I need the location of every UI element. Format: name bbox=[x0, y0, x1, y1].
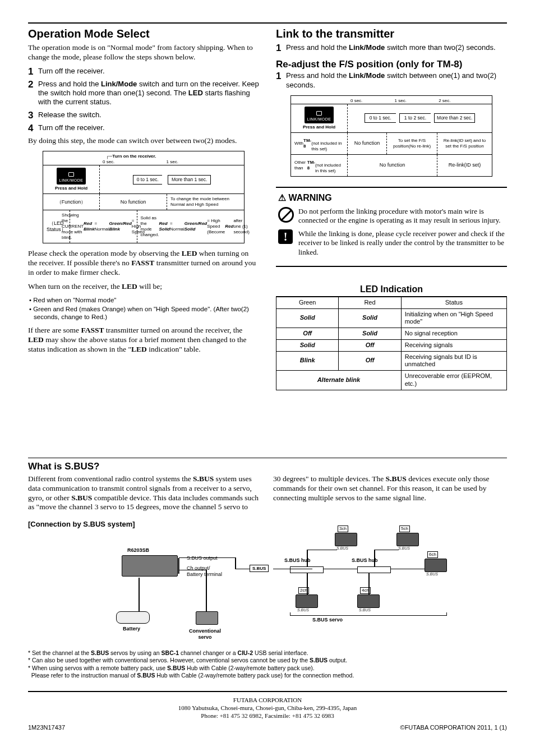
wire bbox=[235, 557, 236, 569]
h-readjust: Re-adjust the F/S position (only for TM-… bbox=[276, 58, 507, 70]
table-row: BlinkOffReceiving signals but ID is unma… bbox=[276, 351, 507, 371]
p-mode-intro: The operation mode is on "Normal mode" f… bbox=[28, 43, 259, 62]
th-green: Green bbox=[276, 297, 339, 308]
hub-1 bbox=[290, 566, 324, 573]
row-function-label: （Function） bbox=[43, 194, 99, 210]
footer-rule bbox=[28, 691, 507, 692]
step-4: 4 Turn off the receiver. bbox=[28, 123, 259, 133]
seg-more-1: More than 1 sec. bbox=[168, 175, 211, 185]
step-3: 3 Release the switch. bbox=[28, 110, 259, 120]
warning-text-2: While the linking is done, please cycle … bbox=[298, 229, 505, 257]
top-rule bbox=[28, 22, 507, 24]
warning-text-1: Do not perform the linking procedure wit… bbox=[298, 207, 505, 225]
step-num: 1 bbox=[276, 43, 286, 53]
link-mode-icon: LINK/MODE bbox=[305, 107, 333, 123]
wire bbox=[139, 578, 140, 611]
table-row: SolidOffReceiving signals bbox=[276, 339, 507, 351]
step-num: 4 bbox=[28, 123, 38, 133]
battery-label: Battery bbox=[123, 626, 140, 632]
warning-item-1: Do not perform the linking procedure wit… bbox=[278, 207, 505, 225]
p-fasst-note: If there are some FASST transmitter turn… bbox=[28, 326, 259, 354]
note-line: * When using servos with a remote batter… bbox=[28, 665, 507, 672]
note-line: * Set the channel at the S.BUS servos by… bbox=[28, 649, 507, 657]
sbus-col-right: 30 degrees" to multiple devices. The S.B… bbox=[273, 474, 507, 513]
wire bbox=[235, 569, 250, 570]
prohibit-icon bbox=[278, 207, 294, 223]
ch-output-label: Ch output/ Battery terminal bbox=[187, 565, 222, 578]
sbus-servo: 2chS.BUS bbox=[296, 594, 318, 608]
h-sbus: What is S.BUS? bbox=[28, 460, 507, 472]
wire bbox=[391, 569, 425, 570]
receiver-box bbox=[122, 555, 178, 577]
step-text: Press and hold the Link/Mode switch and … bbox=[38, 80, 259, 107]
seg-more-2: More than 2 sec. bbox=[434, 113, 475, 123]
tm8-a: No function bbox=[347, 133, 386, 154]
sbus-servo: 6chS.BUS bbox=[425, 559, 447, 572]
footer-addr: 1080 Yabutsuka, Chosei-mura, Chosei-gun,… bbox=[28, 704, 507, 712]
table-row: OffSolidNo signal reception bbox=[276, 328, 507, 340]
main-columns: Operation Mode Select The operation mode… bbox=[28, 27, 507, 390]
led-title: LED Indication bbox=[276, 284, 507, 297]
brace bbox=[290, 612, 447, 616]
receiver-label: R6203SB bbox=[127, 547, 149, 554]
wire bbox=[374, 550, 399, 551]
conn-title: [Connection by S.BUS system] bbox=[28, 520, 507, 529]
conv-servo-icon bbox=[196, 611, 218, 625]
warning-title: ⚠ WARNING bbox=[278, 192, 505, 204]
step-text: Press and hold the Link/Mode switch betw… bbox=[286, 71, 507, 90]
step-2: 2 Press and hold the Link/Mode switch an… bbox=[28, 80, 259, 107]
func-no: No function bbox=[99, 194, 167, 210]
bullet-highspeed: • Green and Red (makes Orange) when on "… bbox=[28, 305, 259, 321]
warning-item-2: ! While the linking is done, please cycl… bbox=[278, 229, 505, 257]
other-b: Re-link(ID set) bbox=[437, 155, 492, 176]
step-num: 1 bbox=[276, 71, 286, 81]
p-check-led: Please check the operation mode by obser… bbox=[28, 249, 259, 278]
row-tm8: With TM-8 (not included in this set) bbox=[291, 133, 347, 154]
th-status: Status bbox=[401, 297, 506, 308]
sbus-badge: S.BUS bbox=[250, 565, 269, 571]
th-red: Red bbox=[339, 297, 401, 308]
footer-corp: FUTABA CORPORATION bbox=[28, 697, 507, 704]
footer-left: 1M23N17437 bbox=[28, 724, 65, 732]
tm8-c: Re-link(ID set) and to set the F/S posit… bbox=[437, 133, 492, 154]
sbus-columns: Different from conventional radio contro… bbox=[28, 474, 507, 513]
mode-diagram: ┌─Turn on the receiver. 0 sec. 1 sec. LI… bbox=[43, 151, 245, 243]
note-line: Please refer to the instruction manual o… bbox=[28, 672, 507, 680]
step-text: Release the switch. bbox=[38, 110, 259, 119]
sbus-rule bbox=[28, 458, 507, 458]
conv-servo-label: Conventional servo bbox=[189, 628, 221, 641]
wire bbox=[179, 557, 235, 559]
seg-0-1: 0 to 1 sec. bbox=[365, 113, 396, 123]
wire bbox=[206, 570, 207, 611]
footer-center: FUTABA CORPORATION 1080 Yabutsuka, Chose… bbox=[28, 697, 507, 720]
link-mode-icon: LINK/MODE bbox=[57, 168, 85, 185]
hub-2 bbox=[357, 566, 391, 573]
step-1: 1 Turn off the receiver. bbox=[28, 67, 259, 76]
step-num: 3 bbox=[28, 110, 38, 120]
sbus-servo: 4chS.BUS bbox=[357, 594, 380, 608]
h-link-tx: Link to the transmitter bbox=[276, 27, 507, 41]
right-column: Link to the transmitter 1 Press and hold… bbox=[276, 27, 507, 390]
link-diagram: 0 sec. 1 sec. 2 sec. LINK/MODE Press and… bbox=[290, 95, 492, 177]
led-current: Showing the CURRENT mode with blink. Red… bbox=[70, 210, 137, 243]
footer-right: ©FUTABA CORPORATION 2011, 1 (1) bbox=[400, 724, 507, 732]
left-column: Operation Mode Select The operation mode… bbox=[28, 27, 259, 390]
h-mode-select: Operation Mode Select bbox=[28, 27, 259, 41]
led-changed: Solid as the mode changed. Red Solid = N… bbox=[137, 210, 253, 243]
step-text: Turn off the receiver. bbox=[38, 67, 259, 76]
battery-icon bbox=[116, 611, 150, 624]
p-after-steps: By doing this step, the mode can switch … bbox=[28, 136, 259, 146]
table-row: Alternate blinkUnrecoverable error (EEPR… bbox=[276, 371, 507, 390]
led-table: Green Red Status SolidSolidInitializing … bbox=[276, 297, 507, 390]
link-step: 1 Press and hold the Link/Mode switch mo… bbox=[276, 43, 507, 53]
wire bbox=[374, 550, 375, 566]
wire bbox=[307, 550, 308, 566]
wire bbox=[307, 573, 308, 594]
sbus-col-left: Different from conventional radio contro… bbox=[28, 474, 262, 513]
row-other: Other than TM-8 (not included in this se… bbox=[291, 155, 347, 176]
sbus-output-label: S.BUS output bbox=[187, 555, 218, 561]
footer-phone: Phone: +81 475 32 6982, Facsimile: +81 4… bbox=[28, 712, 507, 720]
seg-0-1: 0 to 1 sec. bbox=[133, 175, 162, 185]
wire bbox=[324, 569, 357, 570]
table-row: Green Red Status bbox=[276, 297, 507, 308]
